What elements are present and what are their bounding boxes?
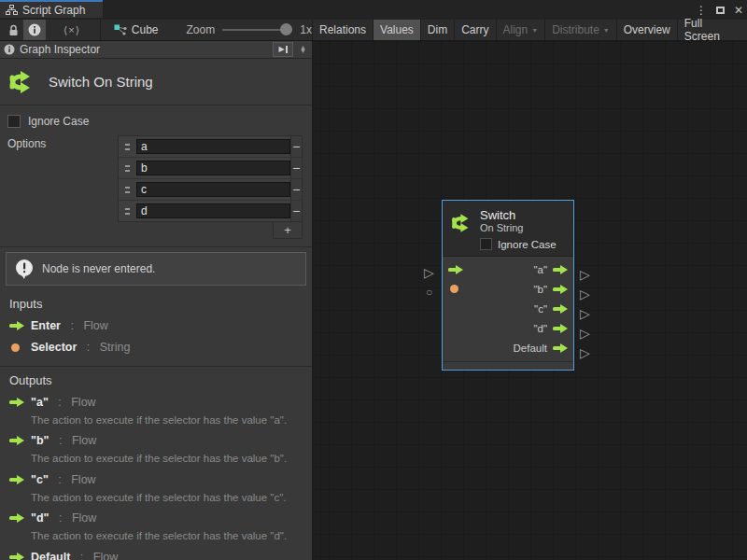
info-circle-icon xyxy=(4,44,15,55)
options-field: Options − − − xyxy=(7,135,303,222)
remove-option-button[interactable]: − xyxy=(290,136,302,157)
outer-flow-output-port-b[interactable]: ▷ xyxy=(580,287,590,301)
switch-unit-icon xyxy=(7,67,37,97)
node-port-row: Default xyxy=(443,338,573,357)
outer-flow-output-port-d[interactable]: ▷ xyxy=(580,327,590,340)
port-name: Selector xyxy=(31,341,77,354)
flow-arrow-icon xyxy=(9,475,24,484)
graph-node-icon xyxy=(114,24,127,35)
port-description: The action to execute if the selector ha… xyxy=(31,491,303,504)
toolbar-button-overview[interactable]: Overview xyxy=(617,20,678,40)
option-input[interactable] xyxy=(136,203,290,218)
options-label: Options xyxy=(7,135,46,222)
option-input[interactable] xyxy=(136,161,290,175)
toolbar-button-values[interactable]: Values xyxy=(374,20,421,40)
output-row: "a" : Flow xyxy=(9,396,303,409)
button-label: Values xyxy=(380,23,414,36)
switch-on-string-node[interactable]: Switch On String Ignore Case "a" xyxy=(442,200,574,371)
option-row: − xyxy=(119,201,302,221)
port-type: Flow xyxy=(71,396,95,409)
close-icon[interactable]: ✕ xyxy=(734,5,743,16)
drag-handle-icon[interactable] xyxy=(125,208,130,215)
chevron-down-icon: ▼ xyxy=(603,27,610,34)
port-label: "b" xyxy=(533,284,547,295)
remove-option-button[interactable]: − xyxy=(290,179,302,200)
outputs-header: Outputs xyxy=(9,373,303,387)
node-subtitle: On String xyxy=(480,222,568,234)
maximize-icon[interactable] xyxy=(716,7,725,14)
flow-arrow-icon xyxy=(9,436,24,445)
outer-flow-output-port-default[interactable]: ▷ xyxy=(580,346,590,359)
port-label: Default xyxy=(514,343,547,354)
title-bar: Script Graph ⋮ ✕ xyxy=(0,0,747,20)
script-graph-icon xyxy=(6,5,18,15)
toolbar: ⟨×⟩ Cube Zoom 1x xyxy=(0,20,747,41)
code-icon: ⟨×⟩ xyxy=(63,24,80,36)
port-type: Flow xyxy=(72,511,96,525)
option-input[interactable] xyxy=(136,182,290,197)
panel-spinner[interactable]: ▲ ▼ xyxy=(298,46,308,53)
code-view-button[interactable]: ⟨×⟩ xyxy=(59,20,85,40)
options-list: − − − − xyxy=(118,135,303,222)
button-label: Full Screen xyxy=(684,17,740,43)
toolbar-button-carry[interactable]: Carry xyxy=(455,20,496,40)
node-port-row: "d" xyxy=(443,318,573,338)
node-port-row: "c" xyxy=(443,299,573,318)
option-row: − xyxy=(119,136,302,158)
graph-breadcrumb[interactable]: Cube xyxy=(114,23,159,36)
tab-script-graph[interactable]: Script Graph xyxy=(0,0,103,18)
lock-button[interactable] xyxy=(4,20,23,40)
port-name: "a" xyxy=(31,396,49,409)
divider xyxy=(0,246,312,247)
graph-name-label: Cube xyxy=(132,23,159,36)
toolbar-button-distribute[interactable]: Distribute ▼ xyxy=(545,20,617,40)
node-header[interactable]: Switch On String Ignore Case xyxy=(443,201,573,257)
port-name: "c" xyxy=(31,473,49,486)
toolbar-button-dim[interactable]: Dim xyxy=(421,20,455,40)
drag-handle-icon[interactable] xyxy=(125,187,130,193)
outer-flow-output-port-a[interactable]: ▷ xyxy=(580,268,590,281)
toolbar-button-relations[interactable]: Relations xyxy=(313,20,374,40)
flow-arrow-icon[interactable] xyxy=(553,285,568,294)
node-body: "a" "b" "c" xyxy=(443,257,573,361)
output-row: Default : Flow xyxy=(9,551,303,560)
outer-flow-input-port[interactable]: ▷ xyxy=(424,266,434,279)
tab-label: Script Graph xyxy=(22,4,85,17)
output-row: "b" : Flow xyxy=(9,434,303,447)
lock-icon xyxy=(8,24,19,36)
info-icon xyxy=(28,23,41,36)
flow-arrow-icon[interactable] xyxy=(553,343,568,353)
inputs-header: Inputs xyxy=(9,297,303,311)
remove-option-button[interactable]: − xyxy=(290,158,302,178)
enter-flow-port-icon[interactable] xyxy=(448,265,467,274)
dock-panel-button[interactable]: ▶ xyxy=(273,42,293,57)
ignore-case-checkbox[interactable] xyxy=(480,238,492,250)
zoom-value: 1x xyxy=(300,23,312,36)
window-menu-icon[interactable]: ⋮ xyxy=(696,5,707,16)
outer-string-input-port[interactable]: ○ xyxy=(426,287,432,298)
flow-arrow-icon[interactable] xyxy=(553,265,568,274)
toolbar-divider xyxy=(100,20,101,40)
option-row: − xyxy=(119,158,302,179)
inspector-toggle-button[interactable] xyxy=(23,20,46,40)
button-label: Relations xyxy=(319,23,366,36)
switch-unit-icon xyxy=(450,211,474,235)
node-ignore-case-row: Ignore Case xyxy=(480,238,568,250)
chevron-down-icon: ▼ xyxy=(531,27,538,34)
remove-option-button[interactable]: − xyxy=(290,201,302,221)
flow-arrow-icon[interactable] xyxy=(553,304,568,314)
ignore-case-checkbox[interactable] xyxy=(7,115,21,128)
drag-handle-icon[interactable] xyxy=(125,144,130,150)
outer-flow-output-port-c[interactable]: ▷ xyxy=(580,307,590,320)
option-input[interactable] xyxy=(136,139,290,154)
graph-canvas[interactable]: ▷ ○ ▷ ▷ ▷ ▷ ▷ Switch On String xyxy=(313,41,747,560)
zoom-slider[interactable] xyxy=(222,20,292,40)
input-row-enter: Enter : Flow xyxy=(9,319,303,332)
toolbar-button-align[interactable]: Align ▼ xyxy=(497,20,546,40)
add-option-button[interactable]: + xyxy=(273,222,303,239)
selector-string-port-icon[interactable] xyxy=(450,285,458,293)
toolbar-button-fullscreen[interactable]: Full Screen xyxy=(678,20,747,40)
flow-arrow-icon[interactable] xyxy=(553,324,568,333)
zoom-slider-handle[interactable] xyxy=(280,23,292,35)
drag-handle-icon[interactable] xyxy=(125,165,130,172)
